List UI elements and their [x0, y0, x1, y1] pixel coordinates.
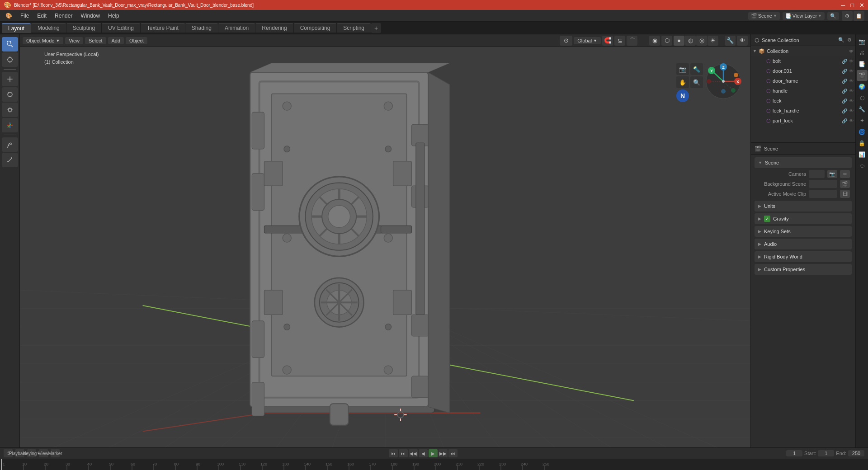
viewport-select-btn[interactable]: Select: [85, 37, 106, 44]
viewport-gizmo-btn[interactable]: 🔧: [725, 36, 736, 46]
viewport-global-btn[interactable]: Global ▼: [574, 37, 601, 44]
start-frame-input[interactable]: 1: [818, 450, 834, 456]
viewport-overlay-btn[interactable]: ◉: [649, 36, 660, 46]
outliner-item-handle[interactable]: ⬡ handle 🔗 👁: [751, 86, 855, 96]
scene-section-header[interactable]: ▼ Scene: [755, 157, 852, 168]
viewport-rendered-btn[interactable]: ◎: [696, 36, 707, 46]
viewport-snap-btn[interactable]: 🧲: [602, 36, 613, 46]
viewport-view-btn[interactable]: View: [65, 37, 83, 44]
outliner-item-collection[interactable]: ▼ 📦 Collection 👁: [751, 46, 855, 56]
viewport-add-btn[interactable]: Add: [108, 37, 124, 44]
viewport-falloff-btn[interactable]: ⌒: [627, 36, 637, 46]
viewport-tool-btn2[interactable]: 🔦: [690, 63, 703, 75]
tool-measure[interactable]: [2, 153, 18, 167]
tool-move[interactable]: [2, 72, 18, 86]
vis-icon[interactable]: 👁: [849, 49, 854, 54]
prop-icon-physics[interactable]: 🌀: [857, 127, 868, 137]
tab-rendering[interactable]: Rendering: [255, 23, 293, 33]
lockhandle-vis-icon[interactable]: 👁: [849, 108, 854, 113]
search-box[interactable]: 🔍: [827, 12, 839, 20]
axis-widget[interactable]: X Y Z: [705, 63, 741, 99]
tab-uv-editing[interactable]: UV Editing: [102, 23, 140, 33]
nav-icon[interactable]: N: [676, 89, 689, 102]
viewport-solid-btn[interactable]: ●: [674, 36, 684, 46]
camera-value[interactable]: [809, 170, 825, 178]
menu-file[interactable]: File: [17, 12, 33, 20]
viewport-scene[interactable]: X Y Z: [20, 47, 750, 447]
tab-sculpting[interactable]: Sculpting: [66, 23, 101, 33]
viewport-material-btn[interactable]: ◍: [685, 36, 696, 46]
outliner-filter-icon[interactable]: ⚙: [847, 37, 852, 43]
tab-shading[interactable]: Shading: [185, 23, 218, 33]
add-workspace-btn[interactable]: +: [371, 23, 381, 33]
timeline-ruler[interactable]: 1 10 20 30 40 50 60 70: [0, 459, 868, 470]
tl-back-btn[interactable]: ◀◀: [409, 449, 418, 457]
tool-select[interactable]: [2, 37, 18, 52]
outliner-item-lock-handle[interactable]: ⬡ lock_handle 🔗 👁: [751, 106, 855, 116]
prop-icon-world[interactable]: 🌍: [857, 81, 868, 92]
handle-vis-icon[interactable]: 👁: [849, 89, 854, 94]
audio-section-header[interactable]: ▶ Audio: [755, 239, 852, 249]
keying-section-header[interactable]: ▶ Keying Sets: [755, 226, 852, 237]
viewport-tool-btn3[interactable]: ✋: [676, 76, 689, 88]
tl-jump-start-btn[interactable]: ⏮: [389, 449, 398, 457]
prop-icon-viewlayer[interactable]: 📑: [857, 59, 868, 70]
menu-help[interactable]: Help: [104, 12, 123, 20]
movie-clip-btn[interactable]: 🎞: [840, 190, 850, 198]
prop-icon-output[interactable]: 🖨: [857, 47, 868, 58]
bolt-vis-icon[interactable]: 👁: [849, 59, 854, 64]
tl-marker-btn[interactable]: Marker: [51, 449, 60, 457]
tool-annotate[interactable]: [2, 137, 18, 152]
maximize-btn[interactable]: □: [850, 2, 854, 9]
prop-icon-constraints[interactable]: 🔒: [857, 138, 868, 149]
outliner-item-bolt[interactable]: ⬡ bolt 🔗 👁: [751, 56, 855, 66]
prop-icon-material[interactable]: ⬭: [857, 160, 868, 171]
viewport-object-btn[interactable]: Object: [126, 37, 147, 44]
tab-scripting[interactable]: Scripting: [337, 23, 371, 33]
viewport-xray-btn[interactable]: ⬡: [661, 36, 672, 46]
lock-vis-icon[interactable]: 👁: [849, 99, 854, 103]
viewport-tool-btn4[interactable]: 🔍: [690, 76, 703, 88]
tab-texture-paint[interactable]: Texture Paint: [141, 23, 185, 33]
outliner-item-door-frame[interactable]: ⬡ door_frame 🔗 👁: [751, 76, 855, 86]
viewport-proportional-btn[interactable]: ⊆: [614, 36, 625, 46]
tab-animation[interactable]: Animation: [218, 23, 255, 33]
gravity-section-header[interactable]: ▶ ✓ Gravity: [755, 213, 852, 224]
scene-dropdown-icon[interactable]: ▼: [773, 14, 777, 18]
prop-icon-particles[interactable]: ✦: [857, 115, 868, 126]
tab-compositing[interactable]: Compositing: [294, 23, 337, 33]
tl-next-frame-btn[interactable]: ▶▶: [439, 449, 448, 457]
prop-icon-render[interactable]: 📷: [857, 36, 868, 47]
close-btn[interactable]: ✕: [859, 2, 864, 9]
current-frame-input[interactable]: 1: [786, 450, 802, 456]
prop-icon-data[interactable]: 📊: [857, 149, 868, 160]
tl-play-btn[interactable]: ▶: [429, 449, 438, 457]
viewlayer-label[interactable]: View Layer: [793, 13, 817, 19]
menu-blender[interactable]: 🎨: [2, 12, 16, 20]
gravity-check[interactable]: ✓: [764, 216, 770, 222]
prop-icon-scene[interactable]: 🎬: [857, 70, 868, 81]
top-menu-icon2[interactable]: 📋: [854, 11, 864, 21]
viewport-mode-btn[interactable]: Object Mode ▼: [23, 37, 63, 44]
tab-modeling[interactable]: Modeling: [31, 23, 66, 33]
tl-step-back-btn[interactable]: ⏭: [399, 449, 408, 457]
menu-edit[interactable]: Edit: [33, 12, 50, 20]
menu-window[interactable]: Window: [77, 12, 104, 20]
scene-label[interactable]: Scene: [758, 13, 772, 19]
menu-render[interactable]: Render: [51, 12, 76, 20]
viewport-eevee-btn[interactable]: ☀: [708, 36, 718, 46]
window-controls[interactable]: ─ □ ✕: [841, 2, 864, 9]
tool-transform[interactable]: [2, 118, 18, 132]
tl-jump-end-btn[interactable]: ⏭: [448, 449, 458, 457]
rigid-body-section-header[interactable]: ▶ Rigid Body World: [755, 251, 852, 262]
minimize-btn[interactable]: ─: [841, 2, 845, 9]
viewport-pivot-btn[interactable]: ⊙: [560, 36, 572, 46]
bg-scene-btn[interactable]: 🎬: [840, 180, 850, 188]
tl-prev-frame-btn[interactable]: ◀: [419, 449, 428, 457]
doorframe-vis-icon[interactable]: 👁: [849, 79, 854, 84]
units-section-header[interactable]: ▶ Units: [755, 201, 852, 212]
prop-icon-object[interactable]: ⬡: [857, 93, 868, 103]
tab-layout[interactable]: Layout: [2, 23, 31, 33]
end-frame-input[interactable]: 250: [848, 450, 864, 456]
outliner-item-lock[interactable]: ⬡ lock 🔗 👁: [751, 96, 855, 106]
